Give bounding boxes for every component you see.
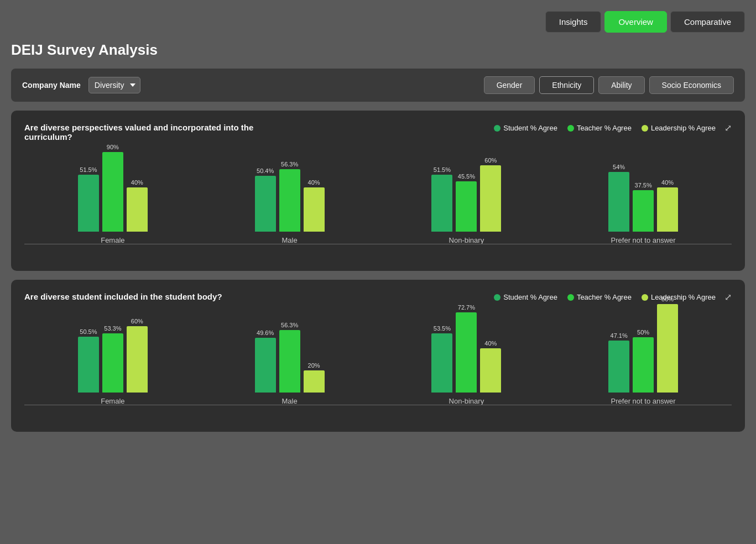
baseline-1 — [24, 244, 732, 244]
student-label-1: Student % Agree — [503, 124, 557, 132]
bar-female-student-2: 50.5% — [78, 328, 99, 393]
filter-left: Company Name Diversity — [22, 77, 140, 93]
chart-title-2: Are diverse student included in the stud… — [24, 292, 222, 301]
bars-prefer-1: 54% 37.5% 40% — [608, 164, 678, 232]
group-label-male-2: Male — [282, 397, 298, 405]
student-dot-2 — [494, 294, 500, 301]
group-label-nonbinary-1: Non-binary — [449, 236, 484, 244]
tab-socio-economics[interactable]: Socio Economics — [649, 76, 734, 94]
group-label-male-1: Male — [282, 236, 298, 244]
bar-nonbinary-leadership-2: 40% — [480, 340, 501, 393]
bar-nonbinary-student-1: 51.5% — [431, 166, 452, 232]
bar-prefer-leadership-1: 40% — [657, 179, 678, 232]
teacher-label-1: Teacher % Agree — [577, 124, 632, 132]
group-label-female-2: Female — [101, 397, 124, 405]
bar-male-leadership-2: 20% — [304, 362, 325, 393]
group-nonbinary-2: 53.5% 72.7% 40% Non-binary — [378, 304, 555, 405]
bars-male-2: 49.6% 56.3% 20% — [255, 322, 325, 393]
bar-female-student-1: 51.5% — [78, 166, 99, 232]
chart-panel-2: Are diverse student included in the stud… — [11, 280, 745, 432]
page-title: DEIJ Survey Analysis — [11, 41, 745, 59]
bar-nonbinary-leadership-1: 60% — [480, 157, 501, 232]
group-male-1: 50.4% 56.3% 40% Male — [201, 161, 378, 244]
baseline-2 — [24, 405, 732, 405]
bar-male-student-1: 50.4% — [255, 168, 276, 232]
bar-male-leadership-1: 40% — [304, 179, 325, 232]
comparative-button[interactable]: Comparative — [670, 11, 745, 33]
bars-female-1: 51.5% 90% 40% — [78, 144, 148, 232]
group-female-2: 50.5% 53.3% 60% Female — [24, 318, 201, 405]
bar-female-teacher-2: 53.3% — [102, 325, 123, 393]
tab-ethnicity[interactable]: Ethnicity — [539, 76, 594, 94]
top-navigation: Insights Overview Comparative — [11, 11, 745, 33]
tab-ability[interactable]: Ability — [598, 76, 644, 94]
bar-male-teacher-2: 56.3% — [279, 322, 300, 393]
filter-tabs: Gender Ethnicity Ability Socio Economics — [484, 76, 734, 94]
student-dot-1 — [494, 125, 500, 132]
bars-male-1: 50.4% 56.3% 40% — [255, 161, 325, 232]
tab-gender[interactable]: Gender — [484, 76, 535, 94]
chart-area-1: 51.5% 90% 40% Female 50.4% — [24, 150, 732, 261]
bar-nonbinary-teacher-1: 45.5% — [456, 173, 477, 232]
chart1-legend: Student % Agree Teacher % Agree Leadersh… — [494, 124, 716, 132]
bars-prefer-2: 47.1% 50% 80% — [608, 296, 678, 393]
group-male-2: 49.6% 56.3% 20% Male — [201, 322, 378, 405]
group-label-prefer-2: Prefer not to answer — [611, 397, 676, 405]
company-select[interactable]: Diversity — [88, 77, 140, 93]
filter-bar: Company Name Diversity Gender Ethnicity … — [11, 69, 745, 102]
group-female-1: 51.5% 90% 40% Female — [24, 144, 201, 244]
bars-nonbinary-1: 51.5% 45.5% 60% — [431, 157, 501, 232]
insights-button[interactable]: Insights — [545, 11, 602, 33]
legend-student-1: Student % Agree — [494, 124, 557, 132]
leadership-label-1: Leadership % Agree — [651, 124, 716, 132]
chart1-legend-header: Student % Agree Teacher % Agree Leadersh… — [494, 123, 732, 133]
teacher-dot-1 — [567, 125, 574, 132]
group-label-prefer-1: Prefer not to answer — [611, 236, 676, 244]
legend-teacher-1: Teacher % Agree — [567, 124, 632, 132]
group-label-nonbinary-2: Non-binary — [449, 397, 484, 405]
chart-title-1: Are diverse perspectives valued and inco… — [24, 123, 301, 142]
student-label-2: Student % Agree — [503, 293, 557, 301]
bar-prefer-teacher-1: 37.5% — [633, 182, 654, 232]
bar-nonbinary-student-2: 53.5% — [431, 325, 452, 393]
leadership-dot-1 — [642, 125, 648, 132]
overview-button[interactable]: Overview — [604, 11, 667, 33]
expand-icon-1[interactable]: ⤢ — [724, 123, 732, 133]
bar-nonbinary-teacher-2: 72.7% — [456, 304, 477, 393]
bar-male-student-2: 49.6% — [255, 329, 276, 393]
chart-panel-1: Are diverse perspectives valued and inco… — [11, 111, 745, 271]
group-nonbinary-1: 51.5% 45.5% 60% Non-binary — [378, 157, 555, 244]
group-label-female-1: Female — [101, 236, 124, 244]
bar-male-teacher-1: 56.3% — [279, 161, 300, 232]
company-label: Company Name — [22, 81, 81, 90]
bars-female-2: 50.5% 53.3% 60% — [78, 318, 148, 393]
bar-prefer-student-1: 54% — [608, 164, 629, 232]
bar-prefer-leadership-2: 80% — [657, 296, 678, 393]
group-prefer-2: 47.1% 50% 80% Prefer not to answer — [555, 296, 732, 405]
bars-nonbinary-2: 53.5% 72.7% 40% — [431, 304, 501, 393]
legend-leadership-1: Leadership % Agree — [642, 124, 716, 132]
bar-prefer-teacher-2: 50% — [633, 329, 654, 393]
bar-prefer-student-2: 47.1% — [608, 332, 629, 393]
bar-female-leadership-2: 60% — [127, 318, 148, 393]
bar-female-teacher-1: 90% — [102, 144, 123, 232]
chart-area-2: 50.5% 53.3% 60% Female 49.6% — [24, 311, 732, 422]
chart-header-1: Are diverse perspectives valued and inco… — [24, 123, 732, 142]
group-prefer-1: 54% 37.5% 40% Prefer not to answer — [555, 164, 732, 244]
bar-female-leadership-1: 40% — [127, 179, 148, 232]
legend-student-2: Student % Agree — [494, 293, 557, 301]
